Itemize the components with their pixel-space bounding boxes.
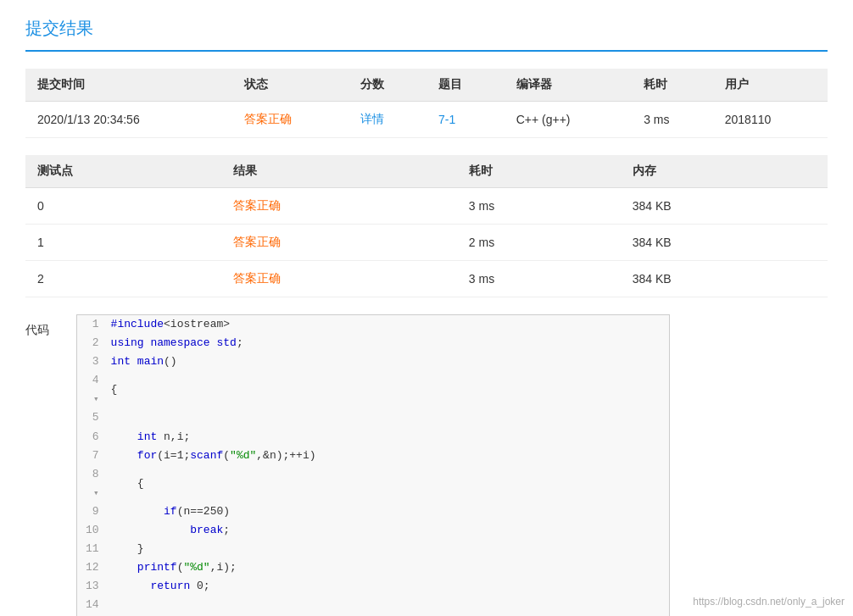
tp-time: 3 ms — [457, 261, 621, 297]
tp-id: 0 — [25, 188, 221, 225]
line-code: { — [108, 465, 669, 502]
submission-problem[interactable]: 7-1 — [426, 102, 505, 138]
watermark: https://blog.csdn.net/only_a_joker — [693, 596, 845, 608]
tp-col-result: 结果 — [221, 155, 457, 188]
line-number: 13 — [77, 577, 108, 596]
code-line: 13 return 0; — [77, 577, 669, 596]
col-header-compiler: 编译器 — [505, 69, 632, 102]
col-header-timecost: 耗时 — [632, 69, 713, 102]
code-line: 11 } — [77, 540, 669, 558]
tp-col-memory: 内存 — [621, 155, 828, 188]
line-number: 7 — [77, 447, 108, 465]
line-code: using namespace std; — [108, 334, 669, 352]
code-line: 7 for(i=1;scanf("%d",&n);++i) — [77, 447, 669, 465]
tp-time: 3 ms — [457, 188, 621, 225]
line-code: int n,i; — [108, 428, 669, 447]
line-code: return 0; — [108, 577, 669, 596]
col-header-problem: 题目 — [426, 69, 505, 102]
line-number: 2 — [77, 334, 108, 352]
submission-row: 2020/1/13 20:34:56 答案正确 详情 7-1 C++ (g++)… — [25, 102, 828, 138]
tp-col-id: 测试点 — [25, 155, 221, 188]
page-container: 提交结果 提交时间 状态 分数 题目 编译器 耗时 用户 2020/1/13 2… — [0, 0, 853, 616]
testpoint-row: 2 答案正确 3 ms 384 KB — [25, 261, 828, 297]
code-line: 12 printf("%d",i); — [77, 558, 669, 577]
testpoint-table: 测试点 结果 耗时 内存 0 答案正确 3 ms 384 KB 1 答案正确 2… — [25, 155, 828, 297]
line-code: { — [108, 371, 669, 408]
line-code: #include<iostream> — [108, 315, 669, 334]
tp-time: 2 ms — [457, 225, 621, 261]
code-label: 代码 — [25, 314, 59, 338]
tp-result: 答案正确 — [221, 225, 457, 261]
submission-user: 2018110 — [713, 102, 828, 138]
line-code: for(i=1;scanf("%d",&n);++i) — [108, 447, 669, 465]
code-line: 1#include<iostream> — [77, 315, 669, 334]
tp-result: 答案正确 — [221, 188, 457, 225]
submission-time: 2020/1/13 20:34:56 — [25, 102, 232, 138]
line-code: } — [108, 540, 669, 558]
line-code — [108, 408, 669, 427]
line-number: 6 — [77, 428, 108, 447]
submission-timecost: 3 ms — [632, 102, 713, 138]
tp-memory: 384 KB — [621, 261, 828, 297]
line-number: 5 — [77, 408, 108, 427]
line-code: int main() — [108, 352, 669, 371]
line-code: printf("%d",i); — [108, 558, 669, 577]
code-line: 14 — [77, 596, 669, 614]
line-number: 9 — [77, 502, 108, 521]
problem-link[interactable]: 7-1 — [438, 113, 455, 126]
line-code — [108, 596, 669, 614]
code-table: 1#include<iostream>2using namespace std;… — [77, 315, 669, 616]
code-section: 代码 1#include<iostream>2using namespace s… — [25, 314, 828, 616]
tp-col-time: 耗时 — [457, 155, 621, 188]
col-header-status: 状态 — [232, 69, 349, 102]
testpoint-row: 0 答案正确 3 ms 384 KB — [25, 188, 828, 225]
code-line: 4 ▾{ — [77, 371, 669, 408]
line-number: 14 — [77, 596, 108, 614]
score-detail-link[interactable]: 详情 — [360, 112, 384, 125]
line-code: break; — [108, 521, 669, 540]
code-line: 6 int n,i; — [77, 428, 669, 447]
line-number: 10 — [77, 521, 108, 540]
testpoint-row: 1 答案正确 2 ms 384 KB — [25, 225, 828, 261]
code-editor: 1#include<iostream>2using namespace std;… — [76, 314, 670, 616]
submission-score[interactable]: 详情 — [348, 102, 426, 138]
line-number: 8 ▾ — [77, 465, 108, 502]
code-line: 5 — [77, 408, 669, 427]
page-title: 提交结果 — [25, 17, 828, 52]
tp-id: 2 — [25, 261, 221, 297]
tp-id: 1 — [25, 225, 221, 261]
col-header-time: 提交时间 — [25, 69, 232, 102]
tp-memory: 384 KB — [621, 225, 828, 261]
code-line: 2using namespace std; — [77, 334, 669, 352]
line-number: 3 — [77, 352, 108, 371]
line-number: 4 ▾ — [77, 371, 108, 408]
tp-result: 答案正确 — [221, 261, 457, 297]
code-line: 10 break; — [77, 521, 669, 540]
col-header-user: 用户 — [713, 69, 828, 102]
submission-table: 提交时间 状态 分数 题目 编译器 耗时 用户 2020/1/13 20:34:… — [25, 69, 828, 138]
code-line: 9 if(n==250) — [77, 502, 669, 521]
line-code: if(n==250) — [108, 502, 669, 521]
line-number: 1 — [77, 315, 108, 334]
code-line: 8 ▾ { — [77, 465, 669, 502]
line-number: 11 — [77, 540, 108, 558]
line-number: 12 — [77, 558, 108, 577]
code-line: 3int main() — [77, 352, 669, 371]
col-header-score: 分数 — [348, 69, 426, 102]
submission-compiler: C++ (g++) — [505, 102, 632, 138]
tp-memory: 384 KB — [621, 188, 828, 225]
submission-status: 答案正确 — [232, 102, 349, 138]
